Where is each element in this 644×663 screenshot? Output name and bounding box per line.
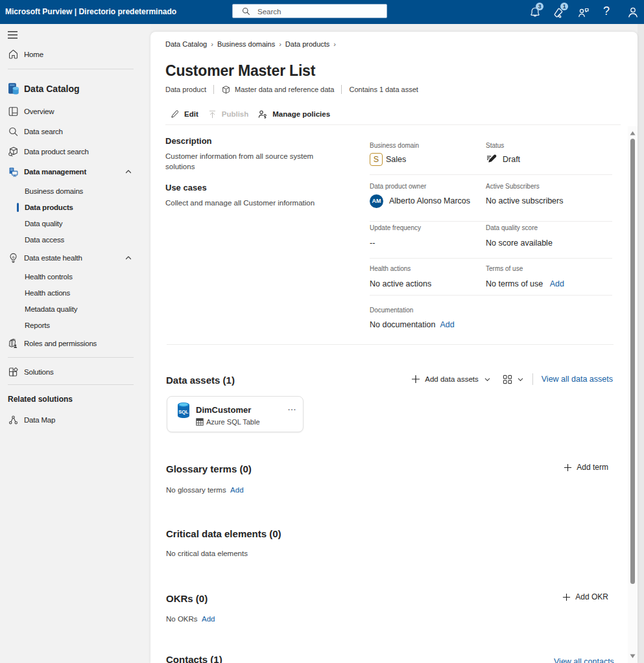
- svg-text:SQL: SQL: [178, 409, 189, 415]
